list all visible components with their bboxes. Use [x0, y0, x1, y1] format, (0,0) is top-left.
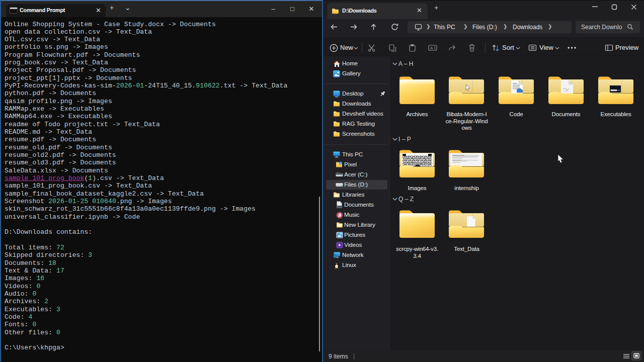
- svg-text:A: A: [430, 46, 433, 50]
